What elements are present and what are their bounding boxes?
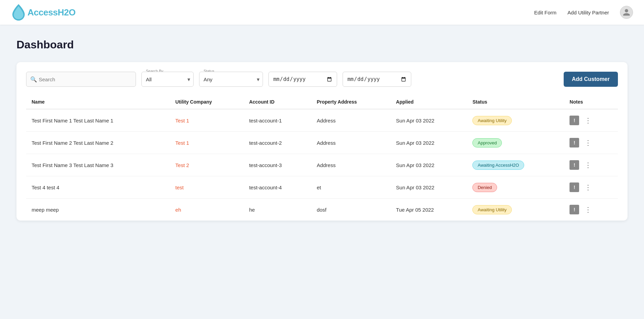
cell-status: Awaiting AccessH2O — [467, 154, 564, 176]
cell-property-address: Address — [311, 109, 391, 132]
add-customer-button[interactable]: Add Customer — [564, 72, 618, 87]
cell-notes: !⋮ — [564, 132, 618, 154]
note-icon[interactable]: ! — [570, 138, 579, 147]
cell-applied: Sun Apr 03 2022 — [391, 176, 467, 199]
add-utility-partner-link[interactable]: Add Utility Partner — [567, 10, 609, 15]
user-icon — [622, 8, 631, 16]
table-row: meep meepehhedosfTue Apr 05 2022Awaiting… — [26, 199, 618, 221]
status-filter: Status Any Approved Denied Awaiting Util… — [199, 72, 263, 87]
cell-applied: Tue Apr 05 2022 — [391, 199, 467, 221]
cell-property-address: Address — [311, 132, 391, 154]
utility-company-link[interactable]: Test 2 — [175, 162, 189, 168]
cell-status: Denied — [467, 176, 564, 199]
cell-status: Awaiting Utility — [467, 199, 564, 221]
cell-property-address: Address — [311, 154, 391, 176]
col-applied: Applied — [391, 95, 467, 109]
more-options-icon[interactable]: ⋮ — [583, 161, 593, 169]
search-by-filter: Search By All Name Account ID Utility Co… — [141, 72, 194, 87]
cell-status: Awaiting Utility — [467, 109, 564, 132]
status-badge: Awaiting Utility — [472, 116, 511, 125]
table-header: Name Utility Company Account ID Property… — [26, 95, 618, 109]
table-row: Test First Name 2 Test Last Name 2Test 1… — [26, 132, 618, 154]
utility-company-link[interactable]: Test 1 — [175, 140, 189, 146]
user-avatar[interactable] — [620, 6, 633, 19]
cell-notes: !⋮ — [564, 109, 618, 132]
logo-text: AccessH2O — [27, 7, 76, 18]
more-options-icon[interactable]: ⋮ — [583, 183, 593, 191]
table-row: Test 4 test 4testtest-account-4etSun Apr… — [26, 176, 618, 199]
cell-utility-company: Test 1 — [170, 109, 244, 132]
cell-utility-company: test — [170, 176, 244, 199]
search-input[interactable] — [26, 72, 136, 87]
search-by-select[interactable]: All Name Account ID Utility Company — [141, 72, 194, 87]
cell-notes: !⋮ — [564, 199, 618, 221]
utility-company-link[interactable]: test — [175, 185, 184, 190]
utility-company-link[interactable]: eh — [175, 207, 181, 213]
status-badge: Awaiting Utility — [472, 205, 511, 214]
table-row: Test First Name 1 Test Last Name 1Test 1… — [26, 109, 618, 132]
table-header-row: Name Utility Company Account ID Property… — [26, 95, 618, 109]
edit-form-link[interactable]: Edit Form — [534, 10, 556, 15]
from-date-input[interactable] — [268, 72, 337, 87]
note-icon[interactable]: ! — [570, 160, 579, 170]
cell-utility-company: Test 1 — [170, 132, 244, 154]
cell-account-id: test-account-1 — [244, 109, 311, 132]
cell-property-address: dosf — [311, 199, 391, 221]
cell-property-address: et — [311, 176, 391, 199]
cell-name: Test First Name 3 Test Last Name 3 — [26, 154, 170, 176]
col-status: Status — [467, 95, 564, 109]
cell-account-id: test-account-2 — [244, 132, 311, 154]
cell-notes: !⋮ — [564, 176, 618, 199]
cell-name: Test 4 test 4 — [26, 176, 170, 199]
search-wrapper: 🔍 — [26, 72, 136, 87]
col-account-id: Account ID — [244, 95, 311, 109]
page-title: Dashboard — [16, 38, 628, 51]
cell-status: Approved — [467, 132, 564, 154]
cell-applied: Sun Apr 03 2022 — [391, 132, 467, 154]
table-body: Test First Name 1 Test Last Name 1Test 1… — [26, 109, 618, 221]
cell-name: meep meep — [26, 199, 170, 221]
cell-name: Test First Name 1 Test Last Name 1 — [26, 109, 170, 132]
app-header: AccessH2O Edit Form Add Utility Partner — [0, 0, 644, 25]
cell-account-id: test-account-4 — [244, 176, 311, 199]
col-utility-company: Utility Company — [170, 95, 244, 109]
more-options-icon[interactable]: ⋮ — [583, 139, 593, 147]
col-property-address: Property Address — [311, 95, 391, 109]
cell-applied: Sun Apr 03 2022 — [391, 154, 467, 176]
cell-notes: !⋮ — [564, 154, 618, 176]
note-icon[interactable]: ! — [570, 205, 579, 214]
col-name: Name — [26, 95, 170, 109]
more-options-icon[interactable]: ⋮ — [583, 205, 593, 214]
search-icon: 🔍 — [30, 76, 37, 83]
customers-table: Name Utility Company Account ID Property… — [26, 95, 618, 221]
cell-utility-company: Test 2 — [170, 154, 244, 176]
status-badge: Awaiting AccessH2O — [472, 161, 524, 170]
dashboard-card: 🔍 Search By All Name Account ID Utility … — [16, 62, 628, 221]
cell-applied: Sun Apr 03 2022 — [391, 109, 467, 132]
status-badge: Approved — [472, 138, 502, 147]
to-date-input[interactable] — [343, 72, 411, 87]
logo-drop-icon — [11, 3, 26, 21]
cell-account-id: he — [244, 199, 311, 221]
customers-table-wrapper: Name Utility Company Account ID Property… — [26, 95, 618, 221]
utility-company-link[interactable]: Test 1 — [175, 118, 189, 123]
table-row: Test First Name 3 Test Last Name 3Test 2… — [26, 154, 618, 176]
status-badge: Denied — [472, 183, 497, 192]
note-icon[interactable]: ! — [570, 182, 579, 192]
note-icon[interactable]: ! — [570, 116, 579, 125]
cell-name: Test First Name 2 Test Last Name 2 — [26, 132, 170, 154]
header-nav: Edit Form Add Utility Partner — [534, 6, 633, 19]
cell-utility-company: eh — [170, 199, 244, 221]
cell-account-id: test-account-3 — [244, 154, 311, 176]
status-select[interactable]: Any Approved Denied Awaiting Utility Awa… — [199, 72, 263, 87]
main-content: Dashboard 🔍 Search By All Name Account I… — [0, 25, 644, 234]
toolbar: 🔍 Search By All Name Account ID Utility … — [26, 72, 618, 87]
more-options-icon[interactable]: ⋮ — [583, 116, 593, 125]
logo: AccessH2O — [11, 3, 76, 21]
col-notes: Notes — [564, 95, 618, 109]
